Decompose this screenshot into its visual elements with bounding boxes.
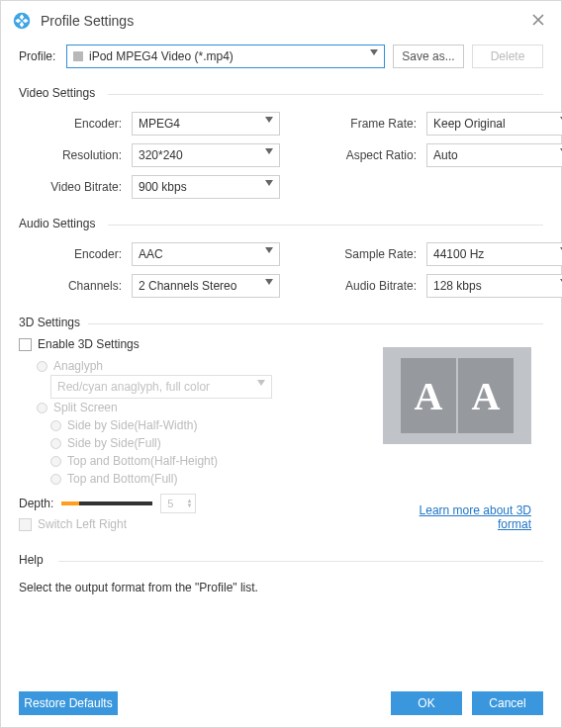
audio-bitrate-select[interactable]: 128 kbps	[426, 274, 562, 298]
chevron-down-icon	[257, 380, 265, 386]
video-bitrate-label: Video Bitrate:	[19, 180, 126, 194]
depth-spinner: 5 ▲▼	[160, 494, 196, 513]
audio-heading: Audio Settings	[19, 217, 543, 230]
chevron-down-icon	[265, 247, 273, 253]
titlebar: Profile Settings	[1, 1, 561, 41]
radio-icon	[50, 456, 61, 467]
preview-card-right: A	[458, 358, 514, 433]
help-heading: Help	[19, 553, 543, 567]
enable-3d-label: Enable 3D Settings	[38, 337, 140, 351]
save-as-button[interactable]: Save as...	[393, 45, 464, 68]
framerate-label: Frame Rate:	[331, 117, 421, 131]
anaglyph-mode-select: Red/cyan anaglyph, full color	[50, 375, 272, 399]
video-settings-section: Video Settings Encoder: MPEG4 Frame Rate…	[19, 86, 543, 199]
ok-button[interactable]: OK	[391, 691, 462, 715]
cancel-button[interactable]: Cancel	[472, 691, 543, 715]
samplerate-label: Sample Rate:	[331, 247, 421, 261]
video-bitrate-select[interactable]: 900 kbps	[132, 175, 280, 199]
3d-right-panel: A A Learn more about 3D format	[383, 347, 531, 531]
aspect-select[interactable]: Auto	[426, 143, 562, 167]
framerate-select[interactable]: Keep Original	[426, 112, 562, 136]
samplerate-select[interactable]: 44100 Hz	[426, 242, 562, 266]
profile-settings-dialog: Profile Settings Profile: iPod MPEG4 Vid…	[0, 0, 562, 728]
resolution-label: Resolution:	[19, 148, 126, 162]
close-icon[interactable]	[527, 11, 549, 32]
channels-label: Channels:	[19, 279, 126, 293]
profile-value: iPod MPEG4 Video (*.mp4)	[89, 49, 234, 63]
audio-bitrate-label: Audio Bitrate:	[331, 279, 421, 293]
audio-encoder-label: Encoder:	[19, 247, 126, 261]
3d-preview: A A	[383, 347, 531, 444]
video-encoder-select[interactable]: MPEG4	[132, 112, 280, 136]
checkbox-icon	[19, 518, 32, 531]
profile-row: Profile: iPod MPEG4 Video (*.mp4) Save a…	[1, 41, 561, 78]
channels-select[interactable]: 2 Channels Stereo	[132, 274, 280, 298]
radio-icon	[50, 474, 61, 485]
depth-label: Depth:	[19, 497, 53, 510]
radio-icon	[37, 361, 47, 372]
profile-label: Profile:	[19, 49, 58, 63]
chevron-down-icon	[265, 279, 273, 285]
preview-card-left: A	[401, 358, 456, 433]
3d-heading: 3D Settings	[19, 316, 543, 329]
radio-icon	[50, 438, 61, 449]
audio-encoder-select[interactable]: AAC	[132, 242, 280, 266]
restore-defaults-button[interactable]: Restore Defaults	[19, 691, 118, 715]
chevron-down-icon	[265, 180, 273, 186]
aspect-label: Aspect Ratio:	[331, 148, 421, 162]
chevron-down-icon	[265, 117, 273, 123]
app-icon	[13, 12, 31, 30]
learn-3d-link[interactable]: Learn more about 3D format	[383, 503, 531, 531]
help-section: Help Select the output format from the "…	[19, 553, 543, 594]
depth-slider[interactable]	[61, 501, 152, 505]
device-icon	[73, 51, 83, 61]
delete-button: Delete	[472, 45, 543, 68]
spinner-buttons: ▲▼	[186, 499, 192, 508]
chevron-down-icon	[370, 49, 378, 55]
checkbox-icon[interactable]	[19, 338, 32, 351]
chevron-down-icon	[265, 148, 273, 154]
resolution-select[interactable]: 320*240	[132, 143, 280, 167]
window-title: Profile Settings	[41, 13, 527, 29]
radio-icon	[50, 420, 61, 431]
radio-icon	[37, 403, 47, 413]
audio-settings-section: Audio Settings Encoder: AAC Sample Rate:…	[19, 217, 543, 298]
help-body: Select the output format from the "Profi…	[19, 581, 543, 594]
profile-select[interactable]: iPod MPEG4 Video (*.mp4)	[66, 45, 385, 68]
video-heading: Video Settings	[19, 86, 543, 100]
footer: Restore Defaults OK Cancel	[19, 691, 543, 715]
video-encoder-label: Encoder:	[19, 117, 126, 131]
